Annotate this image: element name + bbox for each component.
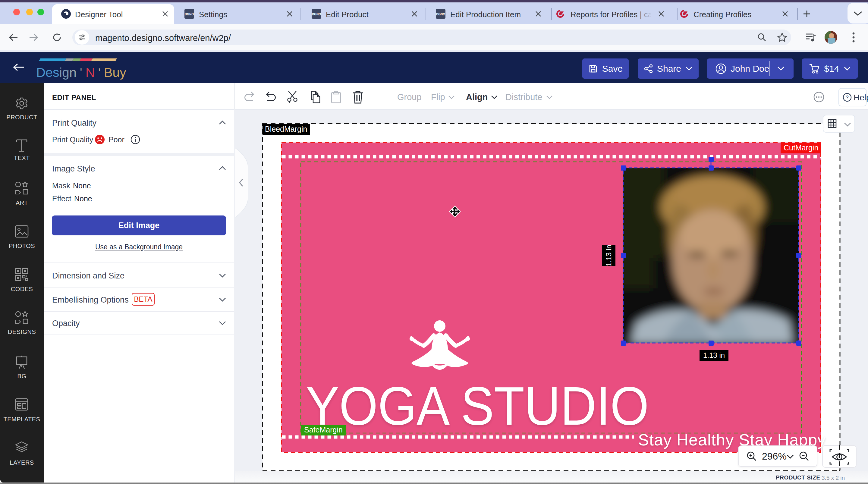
svg-text:DGNO: DGNO (185, 13, 194, 16)
svg-text:DGNO: DGNO (312, 13, 321, 16)
svg-text:DGNO: DGNO (436, 13, 445, 16)
svg-text:?: ? (846, 95, 848, 100)
